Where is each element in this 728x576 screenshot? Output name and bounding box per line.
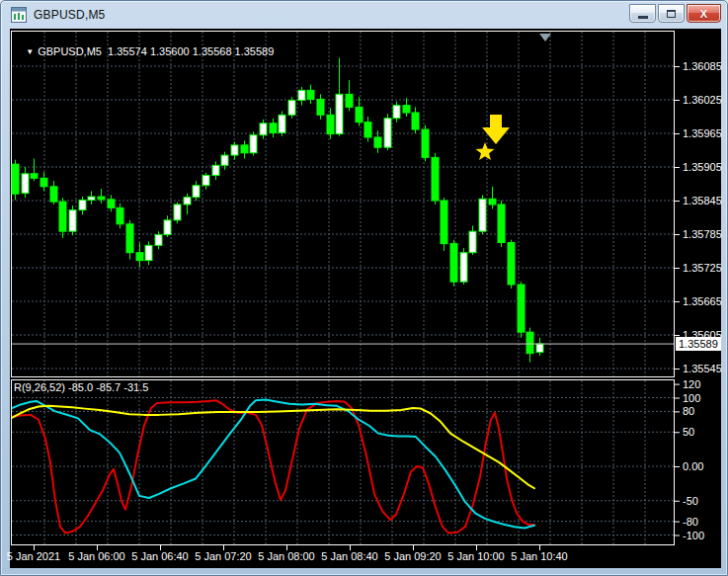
candle-body <box>432 157 439 201</box>
price-tick-label: 1.35905 <box>683 161 722 174</box>
candle-body <box>384 119 391 147</box>
time-tick-label: 5 Jan 10:40 <box>500 550 579 563</box>
indicator-tick-label: 50 <box>683 426 694 439</box>
candle-body <box>108 200 115 208</box>
candle-body <box>241 145 248 153</box>
candle-body <box>279 115 285 132</box>
candle-body <box>136 253 143 261</box>
candle-body <box>374 137 381 147</box>
price-tick-label: 1.35785 <box>683 228 722 241</box>
candle-body <box>336 94 343 133</box>
indicator-tick-label: 120 <box>683 378 700 391</box>
header-high: 1.35600 <box>150 45 190 57</box>
price-tick-label: 1.36025 <box>683 94 722 107</box>
candle-body <box>536 344 543 353</box>
candle-body <box>250 135 257 153</box>
candle-body <box>441 201 447 244</box>
candle-body <box>364 123 371 137</box>
candle-body <box>288 101 295 116</box>
price-tick-label: 1.35845 <box>683 195 722 207</box>
candle-body <box>450 244 457 283</box>
price-tick-label: 1.35725 <box>683 262 722 275</box>
candle-body <box>59 202 66 231</box>
candle-body <box>298 90 305 100</box>
candle-body <box>307 90 314 99</box>
candle-body <box>193 186 200 198</box>
candle-body <box>270 123 277 133</box>
symbol-dropdown-icon[interactable]: ▼ <box>26 47 34 56</box>
candle-body <box>69 210 76 232</box>
candle-body <box>231 145 238 155</box>
indicator-header: R(9,26,52) -85.0 -85.7 -31.5 <box>14 381 148 393</box>
candle-body <box>498 205 505 243</box>
candle-body <box>174 205 181 220</box>
price-tick-label: 1.35545 <box>683 363 722 375</box>
candle-body <box>317 99 324 115</box>
header-open: 1.35574 <box>108 45 147 57</box>
candle-body <box>508 243 515 286</box>
candle-body <box>145 245 152 260</box>
candle-body <box>489 199 496 205</box>
candle-body <box>40 178 47 187</box>
indicator-tick-label: 0.00 <box>683 460 703 473</box>
candle-body <box>117 207 123 223</box>
candle-body <box>31 174 38 179</box>
candle-body <box>356 107 363 122</box>
candle-body <box>12 164 19 194</box>
candle-body <box>469 231 476 253</box>
candle-body <box>221 155 228 165</box>
candle-body <box>526 332 533 354</box>
candle-body <box>98 197 105 200</box>
candle-body <box>88 197 95 200</box>
indicator-tick-label: -100 <box>683 530 704 542</box>
candle-body <box>79 200 86 209</box>
candle-body <box>327 115 334 133</box>
candle-body <box>403 106 410 113</box>
candle-body <box>460 253 467 282</box>
candle-body <box>346 94 353 107</box>
price-tick-label: 1.35665 <box>683 295 722 308</box>
symbol-ohlc-header: ▼GBPUSD,M5 1.35574 1.35600 1.35568 1.355… <box>14 34 274 69</box>
candle-body <box>164 220 171 235</box>
indicator-tick-label: -50 <box>683 495 698 508</box>
candle-body <box>22 174 29 194</box>
candle-body <box>155 235 162 246</box>
header-low: 1.35568 <box>193 45 232 57</box>
candle-body <box>422 129 429 157</box>
candle-body <box>202 176 209 186</box>
chart-canvas[interactable] <box>1 1 728 576</box>
indicator-tick-label: -80 <box>683 516 698 529</box>
candle-body <box>212 165 219 175</box>
chart-shift-marker-icon[interactable] <box>539 34 551 41</box>
current-price-flag: 1.35589 <box>676 337 721 351</box>
indicator-tick-label: 80 <box>683 405 694 418</box>
candle-body <box>184 198 191 205</box>
candle-body <box>412 113 419 129</box>
chart-window: GBPUSD,M5 X ▼GBPUSD,M5 1.35574 1.35600 1… <box>0 0 728 576</box>
candles-layer <box>12 58 543 363</box>
candle-body <box>50 187 57 202</box>
candle-body <box>479 199 486 231</box>
sell-arrow-icon <box>482 115 510 144</box>
candle-body <box>518 285 525 332</box>
price-tick-label: 1.36085 <box>683 60 722 73</box>
header-symbol: GBPUSD,M5 <box>38 45 102 57</box>
candle-body <box>260 123 267 135</box>
candle-body <box>393 106 400 119</box>
candle-body <box>126 224 133 253</box>
indicator-tick-label: 100 <box>683 392 700 405</box>
sell-star-icon <box>476 142 495 160</box>
price-tick-label: 1.35965 <box>683 127 722 140</box>
header-close: 1.35589 <box>235 45 275 57</box>
